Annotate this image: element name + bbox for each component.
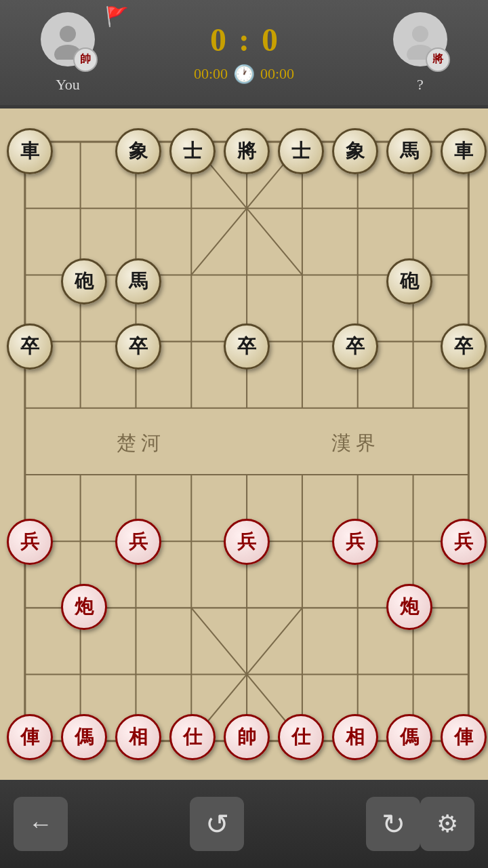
piece[interactable]: 士	[278, 128, 324, 174]
score-separator: :	[239, 21, 249, 58]
piece[interactable]: 傌	[386, 714, 432, 760]
header: 帥 🚩 You 0 : 0 00:00 🕐 00:00 將 ?	[0, 0, 488, 105]
piece[interactable]: 車	[441, 128, 487, 174]
piece[interactable]: 象	[332, 128, 378, 174]
piece[interactable]: 相	[332, 714, 378, 760]
piece[interactable]: 卒	[224, 323, 270, 370]
piece[interactable]: 兵	[115, 519, 161, 565]
player2-section: 將 ?	[366, 12, 474, 94]
piece[interactable]: 兵	[332, 519, 378, 565]
score2: 0	[256, 21, 283, 58]
piece[interactable]: 車	[7, 128, 53, 174]
player2-name: ?	[417, 76, 424, 94]
piece[interactable]: 相	[115, 714, 161, 760]
piece[interactable]: 卒	[7, 323, 53, 370]
player2-badge: 將	[426, 47, 450, 72]
piece[interactable]: 炮	[61, 584, 107, 630]
svg-point-0	[60, 26, 76, 42]
piece[interactable]: 傌	[61, 714, 107, 760]
player1-section: 帥 🚩 You	[14, 12, 122, 94]
piece[interactable]: 馬	[386, 128, 432, 174]
piece[interactable]: 卒	[332, 323, 378, 370]
board-container: 楚 河 漢 界 車象士將士象馬車砲馬砲卒卒卒卒卒兵兵兵兵兵炮炮俥傌相仕帥仕相傌俥	[0, 108, 488, 780]
piece[interactable]: 仕	[169, 714, 216, 760]
piece[interactable]: 砲	[386, 258, 432, 304]
player2-avatar: 將	[393, 12, 447, 66]
player1-name: You	[56, 76, 80, 94]
center-section: 0 : 0 00:00 🕐 00:00	[122, 21, 366, 85]
timer2: 00:00	[260, 65, 294, 83]
piece[interactable]: 馬	[115, 258, 161, 304]
piece[interactable]: 士	[169, 128, 216, 174]
flag-icon: 🚩	[105, 5, 129, 28]
player1-badge: 帥	[73, 47, 98, 72]
undo-button[interactable]: ↺	[190, 797, 244, 851]
settings-button[interactable]: ⚙	[420, 797, 474, 851]
piece[interactable]: 俥	[441, 714, 487, 760]
score-row: 0 : 0	[205, 21, 283, 58]
svg-point-2	[412, 26, 428, 42]
back-button[interactable]: ←	[14, 797, 68, 851]
piece[interactable]: 砲	[61, 258, 107, 304]
piece[interactable]: 將	[224, 128, 270, 174]
timer-row: 00:00 🕐 00:00	[194, 64, 294, 85]
clock-icon: 🕐	[233, 64, 255, 85]
player1-avatar: 帥	[41, 12, 95, 66]
refresh-button[interactable]: ↻	[366, 797, 420, 851]
piece[interactable]: 象	[115, 128, 161, 174]
piece[interactable]: 帥	[224, 714, 270, 760]
piece[interactable]: 卒	[115, 323, 161, 370]
piece[interactable]: 兵	[441, 519, 487, 565]
toolbar: ← ↺ ↻ ⚙	[0, 780, 488, 868]
piece[interactable]: 仕	[278, 714, 324, 760]
piece[interactable]: 俥	[7, 714, 53, 760]
piece[interactable]: 兵	[224, 519, 270, 565]
timer1: 00:00	[194, 65, 228, 83]
piece[interactable]: 卒	[441, 323, 487, 370]
piece[interactable]: 兵	[7, 519, 53, 565]
score1: 0	[205, 21, 232, 58]
piece[interactable]: 炮	[386, 584, 432, 630]
